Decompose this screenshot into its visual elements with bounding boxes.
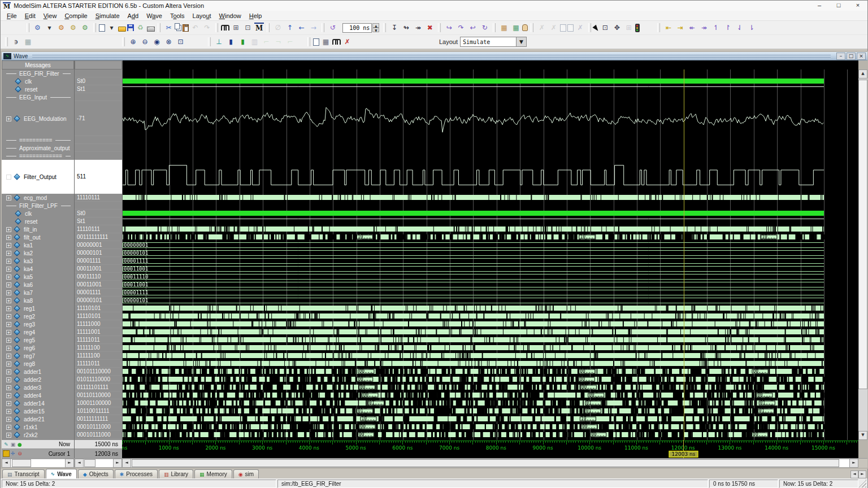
signal-value-reg4[interactable]: 11111001 [75, 328, 122, 336]
signal-row-reg7[interactable]: +reg7 [2, 352, 74, 360]
wave-close-button[interactable]: × [857, 53, 866, 60]
compare-add-icon[interactable] [560, 24, 566, 32]
expand-icon[interactable]: + [6, 259, 11, 264]
expand-icon[interactable]: + [6, 346, 11, 351]
next-falling-edge-icon[interactable]: ⇂ [746, 23, 757, 33]
expand-icon[interactable]: + [6, 116, 11, 121]
compare-diff-icon[interactable] [567, 24, 574, 32]
tab-scroll-right-icon[interactable]: ► [858, 470, 866, 478]
find-first-transition-icon[interactable]: ⇤ [663, 23, 674, 33]
edit-mode-icon[interactable]: ⊞ [623, 23, 634, 33]
zoom-in-icon[interactable]: ⊕ [128, 37, 138, 47]
redo-icon[interactable]: ↷ [202, 23, 212, 33]
expand-icon[interactable]: + [6, 377, 11, 382]
compile-menu-icon[interactable]: ▾ [44, 23, 55, 33]
cut-icon[interactable]: ✂ [163, 23, 174, 33]
values-scroll-thumb[interactable] [84, 459, 96, 467]
signal-value-Filter_Output[interactable]: 511 [75, 160, 122, 194]
expand-icon[interactable]: + [6, 243, 11, 248]
break-icon[interactable]: ✖ [424, 23, 435, 33]
expand-icon[interactable]: + [6, 369, 11, 374]
lock-cursor-icon[interactable]: ▮ [225, 37, 236, 47]
find-last-transition-icon[interactable]: ⇥ [675, 23, 685, 33]
signal-value-reg8[interactable]: 11111011 [75, 360, 122, 368]
edit-pencil-icon[interactable]: ✎ [3, 441, 10, 448]
spin-up-icon[interactable]: ▲ [372, 23, 379, 28]
signal-value-r2xk2[interactable]: 00010111000 [75, 431, 122, 439]
signal-value-filt_out[interactable]: 00111111111 [75, 233, 122, 241]
expand-icon[interactable]: + [6, 354, 11, 359]
navigate-back-icon[interactable]: ← [296, 23, 307, 33]
restart-icon[interactable]: ↺ [327, 23, 338, 33]
expand-icon[interactable]: + [6, 314, 11, 319]
tab-wave[interactable]: ∿Wave [46, 469, 77, 478]
stop-drawing-icon[interactable] [635, 24, 640, 32]
zoom-range-icon[interactable]: ⊡ [175, 37, 186, 47]
signal-value-reg3[interactable]: 11111000 [75, 320, 122, 328]
simulate-icon[interactable]: ⚙ [68, 23, 79, 33]
tab-library[interactable]: ▥Library [159, 469, 193, 478]
scroll-down-icon[interactable]: ▼ [858, 431, 867, 440]
simulate-config-icon[interactable]: ⚙ [80, 23, 90, 33]
prev-transition-icon[interactable]: ↞ [687, 23, 697, 33]
new-file-menu-icon[interactable]: ▾ [106, 23, 117, 33]
wave-scroll-thumb[interactable] [132, 459, 839, 467]
menu-file[interactable]: File [3, 12, 21, 19]
wave-grid-icon[interactable]: ▦ [320, 37, 331, 47]
cursor-tool-icon[interactable]: ✛ [10, 450, 16, 457]
pan-mode-icon[interactable]: ✥ [611, 23, 622, 33]
compile-all-icon[interactable]: ⚙ [56, 23, 67, 33]
signal-value-clk[interactable]: St0 [75, 210, 122, 217]
tab-transcript[interactable]: ▤Transcript [2, 469, 45, 478]
signal-row-clk[interactable]: clk [2, 210, 74, 217]
expand-hierarchy-icon[interactable]: ⊞ [231, 23, 241, 33]
values-scroll-right-icon[interactable]: ► [113, 459, 122, 468]
prev-edge-icon[interactable]: ⌐ [261, 37, 272, 47]
delete-wave-icon[interactable]: ✗ [342, 37, 353, 47]
maximize-button[interactable]: □ [829, 1, 848, 11]
signal-value-adder14[interactable]: 10001100000 [75, 399, 122, 407]
zoom-mode-icon[interactable]: ⊡ [600, 23, 610, 33]
dataset-icon[interactable]: ▦ [498, 23, 509, 33]
timeline-ruler[interactable] [122, 440, 858, 458]
lock-cursor-icon[interactable] [3, 450, 10, 457]
layout-dropdown-icon[interactable]: ▼ [517, 37, 527, 47]
next-transition-icon[interactable]: ↠ [698, 23, 709, 33]
signal-row-reg6[interactable]: +reg6 [2, 344, 74, 352]
navigate-forward-icon[interactable]: → [308, 23, 319, 33]
pause-hand-icon[interactable] [522, 24, 528, 31]
next-edge-icon[interactable]: ¬ [273, 37, 284, 47]
wave-restore-button[interactable]: □ [847, 53, 856, 60]
signal-value-reg7[interactable]: 11111100 [75, 352, 122, 360]
step-into-icon[interactable]: ↪ [444, 23, 454, 33]
expand-icon[interactable]: + [6, 195, 11, 201]
run-icon[interactable]: ↧ [389, 23, 400, 33]
expand-icon[interactable]: + [6, 267, 11, 272]
close-button[interactable]: × [848, 1, 867, 11]
cursor1-row[interactable]: ✛⊖ Cursor 1 [2, 449, 74, 458]
modelsim-icon[interactable]: M [254, 23, 264, 33]
menu-tools[interactable]: Tools [166, 12, 189, 19]
signal-value-adder3[interactable]: 01111101111 [75, 384, 122, 391]
signal-row-ecg_mod[interactable]: +ecg_mod [2, 194, 74, 202]
signal-value-ka2[interactable]: 00000101 [75, 249, 122, 257]
compare-clear-icon[interactable]: ✗ [575, 23, 585, 33]
vertical-scrollbar[interactable]: ▲ ▼ [858, 60, 867, 440]
tab-scroll-left-icon[interactable]: ◄ [850, 470, 858, 478]
select-mode-icon[interactable] [593, 24, 600, 32]
tab-objects[interactable]: ◆Objects [78, 469, 114, 478]
add-cursor-icon[interactable]: ⊥ [214, 37, 224, 47]
signal-row-r2xk2[interactable]: +r2xk2 [2, 431, 74, 439]
signal-row-adder3[interactable]: +adder3 [2, 384, 74, 391]
signal-row-reg8[interactable]: +reg8 [2, 360, 74, 368]
modelsim-logo-icon[interactable]: M [3, 2, 11, 10]
signal-row-reg4[interactable]: +reg4 [2, 328, 74, 336]
waveform-scrollbar[interactable]: ◄ ► [122, 459, 858, 468]
prev-rising-edge-icon[interactable]: ↿ [710, 23, 721, 33]
signal-row-ka3[interactable]: +ka3 [2, 257, 74, 265]
open-file-icon[interactable] [118, 27, 126, 32]
menu-add[interactable]: Add [124, 12, 143, 19]
signal-row-ka4[interactable]: +ka4 [2, 265, 74, 273]
compile-icon[interactable]: ⚙ [32, 23, 43, 33]
next-rising-edge-icon[interactable]: ↾ [722, 23, 733, 33]
